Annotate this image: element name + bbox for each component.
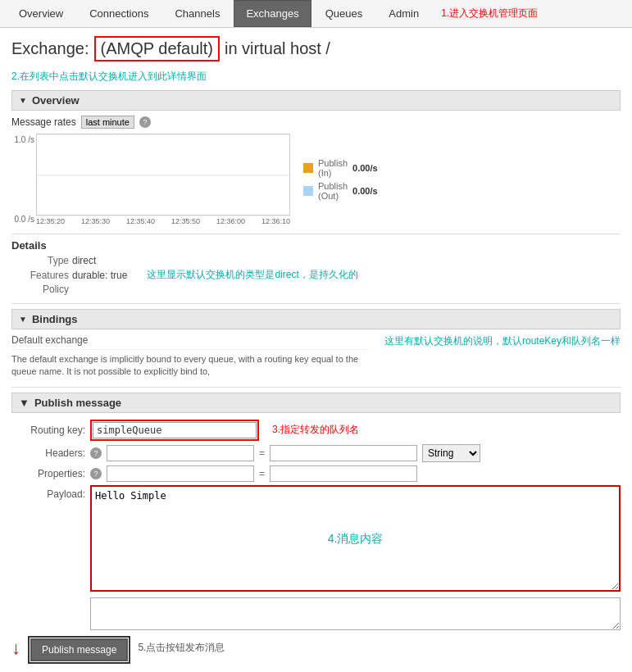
tab-admin[interactable]: Admin [376,0,431,27]
publish-section-header[interactable]: ▼ Publish message [11,393,621,413]
legend-label-publish-in: Publish(In) [318,158,348,178]
routing-key-input[interactable] [93,422,257,438]
tab-channels[interactable]: Channels [162,0,232,27]
type-val: direct [72,255,96,266]
rate-help-button[interactable]: ? [139,116,151,128]
title-prefix: Exchange: [11,39,89,58]
chart-y-labels: 1.0 /s 0.0 /s [11,134,34,225]
payload-textarea[interactable] [90,485,621,592]
routing-key-annotation: 3.指定转发的队列名 [272,423,359,437]
page-content: Exchange: (AMQP default) in virtual host… [0,28,632,670]
legend-value-publish-in: 0.00/s [352,163,378,173]
tab-exchanges[interactable]: Exchanges [234,0,311,27]
bindings-header-label: Bindings [32,313,78,325]
chart-x-labels: 12:35:20 12:35:30 12:35:40 12:35:50 12:3… [36,217,290,225]
publish-message-button[interactable]: Publish message [30,638,128,661]
x-label-3: 12:35:50 [171,217,200,225]
tab-overview[interactable]: Overview [7,0,75,27]
policy-key: Policy [11,284,69,295]
details-row-features: Features durable: true 这里显示默认交换机的类型是dire… [11,268,621,282]
bindings-section: Default exchange The default exchange is… [11,334,621,379]
properties-label: Properties: [11,468,85,479]
bindings-description: The default exchange is implicitly bound… [11,349,368,379]
details-annotation: 这里显示默认交换机的类型是direct，是持久化的 [147,268,357,282]
bindings-annotation: 这里有默认交换机的说明，默认routeKey和队列名一样 [384,334,621,348]
details-title: Details [11,239,621,252]
nav-annotation: 1.进入交换机管理页面 [441,7,538,20]
routing-key-row: Routing key: 3.指定转发的队列名 [11,420,621,441]
page-title-row: Exchange: (AMQP default) in virtual host… [11,36,621,61]
routing-key-label: Routing key: [11,425,85,436]
details-table: Type direct Features durable: true 这里显示默… [11,255,621,295]
bindings-collapse-arrow: ▼ [19,315,27,324]
properties-input[interactable] [107,465,254,482]
headers-help-button[interactable]: ? [90,447,102,459]
headers-value-input[interactable] [270,445,417,461]
exchange-name: (AMQP default) [94,36,220,61]
properties-equal: = [259,468,265,479]
publish-collapse-arrow: ▼ [19,397,30,409]
legend-label-publish-out: Publish(Out) [318,181,348,201]
legend-color-publish-out [303,186,313,196]
legend-item-publish-in: Publish(In) 0.00/s [303,158,378,178]
legend-item-publish-out: Publish(Out) 0.00/s [303,181,378,201]
properties-help-button[interactable]: ? [90,468,102,479]
features-key: Features [11,270,69,281]
chart-container: 1.0 /s 0.0 /s 12:35:20 12:35: [11,134,621,225]
title-suffix: in virtual host / [225,39,330,58]
x-label-5: 12:36:10 [261,217,290,225]
extra-textarea[interactable] [90,597,621,630]
annotation-2: 2.在列表中点击默认交换机进入到此详情界面 [11,70,621,84]
rate-period-button[interactable]: last minute [81,116,134,129]
payload-row: Payload: 4.消息内容 [11,485,621,594]
features-val: durable: true [72,270,127,281]
chart-wrapper: 1.0 /s 0.0 /s 12:35:20 12:35: [11,134,290,225]
message-rates-row: Message rates last minute ? [11,116,621,129]
bottom-annotation: 5.点击按钮发布消息 [138,641,225,655]
chart-left: 1.0 /s 0.0 /s 12:35:20 12:35: [11,134,290,225]
publish-header-label: Publish message [34,397,121,409]
properties-value-input[interactable] [270,465,417,482]
message-rates-label: Message rates [11,116,76,128]
arrow-down-icon: ↓ [11,638,20,659]
headers-input[interactable] [107,445,254,461]
x-label-1: 12:35:30 [81,217,110,225]
y-max: 1.0 /s [11,135,34,144]
details-row-policy: Policy [11,284,621,295]
routing-key-wrapper [90,420,259,441]
x-label-2: 12:35:40 [126,217,155,225]
default-exchange-label: Default exchange [11,334,368,346]
overview-collapse-arrow: ▼ [19,96,27,105]
type-key: Type [11,255,69,266]
chart-svg [37,134,291,216]
bindings-section-header[interactable]: ▼ Bindings [11,309,621,329]
details-row-type: Type direct [11,255,621,266]
headers-label: Headers: [11,447,85,459]
x-label-4: 12:36:00 [216,217,245,225]
payload-content: 4.消息内容 [90,485,621,594]
chart-box [36,134,290,216]
payload-label: Payload: [11,485,85,500]
nav-bar: Overview Connections Channels Exchanges … [0,0,632,28]
overview-header-label: Overview [32,94,80,107]
headers-equal: = [259,447,265,459]
x-label-0: 12:35:20 [36,217,65,225]
headers-row: Headers: ? = String Integer Boolean [11,444,621,462]
y-min: 0.0 /s [11,215,34,224]
tab-queues[interactable]: Queues [313,0,375,27]
details-section: Details Type direct Features durable: tr… [11,239,621,295]
overview-section-header[interactable]: ▼ Overview [11,90,621,111]
chart-legend: Publish(In) 0.00/s Publish(Out) 0.00/s [303,134,378,225]
chart-area: 12:35:20 12:35:30 12:35:40 12:35:50 12:3… [36,134,290,225]
tab-connections[interactable]: Connections [77,0,161,27]
legend-color-publish-in [303,163,313,173]
bottom-row: ↓ Publish message 5.点击按钮发布消息 [11,635,621,661]
publish-form: Routing key: 3.指定转发的队列名 Headers: ? = Str… [11,420,621,661]
properties-row: Properties: ? = [11,465,621,482]
headers-type-select[interactable]: String Integer Boolean [422,444,480,462]
legend-value-publish-out: 0.00/s [352,186,378,196]
